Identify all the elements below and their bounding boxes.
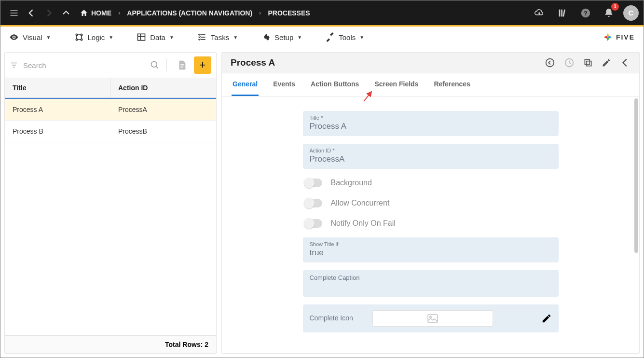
menu-tools[interactable]: Tools▼	[325, 32, 364, 42]
detail-panel: Process A General Events Action Buttons …	[221, 52, 640, 354]
field-label: Action ID *	[310, 148, 552, 153]
menu-label: Setup	[274, 33, 293, 41]
field-title[interactable]: Title * Process A	[303, 111, 559, 136]
svg-rect-34	[585, 59, 589, 64]
svg-point-12	[81, 39, 82, 40]
field-value	[310, 282, 552, 292]
breadcrumb-label: HOME	[91, 9, 111, 17]
brand-logo: FIVE	[603, 32, 635, 42]
menu-label: Data	[150, 33, 165, 41]
five-logo-icon	[603, 32, 613, 42]
field-show-title-if[interactable]: Show Title If true	[303, 237, 559, 262]
tab-references[interactable]: References	[433, 73, 471, 96]
menu-tasks[interactable]: Tasks▼	[197, 32, 238, 42]
menu-data[interactable]: Data▼	[137, 32, 174, 42]
svg-rect-30	[180, 67, 183, 68]
hamburger-icon[interactable]	[5, 4, 23, 22]
dropdown-caret-icon: ▼	[109, 35, 113, 40]
menu-label: Tasks	[211, 33, 229, 41]
toggle-switch[interactable]	[304, 179, 322, 187]
column-header-action-id[interactable]: Action ID	[110, 78, 216, 97]
toggle-switch[interactable]	[304, 219, 322, 228]
breadcrumb-processes[interactable]: PROCESSES	[268, 9, 310, 17]
menu-visual[interactable]: Visual▼	[9, 32, 51, 42]
svg-rect-13	[138, 34, 145, 40]
breadcrumb-applications[interactable]: APPLICATIONS (ACTION NAVIGATION)	[127, 9, 252, 17]
svg-text:?: ?	[584, 9, 588, 16]
breadcrumb-label: PROCESSES	[268, 9, 310, 17]
svg-rect-29	[180, 66, 184, 66]
cell-title: Process A	[5, 99, 110, 120]
eye-icon	[9, 32, 19, 42]
back-circle-icon[interactable]	[545, 57, 555, 68]
panel-back-icon[interactable]	[620, 57, 630, 68]
switch-label: Background	[331, 179, 372, 187]
dropdown-caret-icon: ▼	[297, 35, 302, 40]
cell-action-id: ProcessB	[110, 121, 216, 142]
tab-screen-fields[interactable]: Screen Fields	[373, 73, 419, 96]
copy-icon[interactable]	[583, 58, 593, 68]
menu-setup[interactable]: Setup▼	[261, 32, 302, 42]
history-icon	[564, 57, 575, 68]
breadcrumb-home[interactable]: HOME	[80, 9, 111, 17]
switch-notify-only-on-fail[interactable]: Notify Only On Fail	[303, 217, 559, 230]
chevron-right-icon: ›	[118, 9, 120, 16]
topbar: HOME › APPLICATIONS (ACTION NAVIGATION) …	[0, 0, 644, 27]
tab-general[interactable]: General	[232, 73, 259, 96]
notifications-icon[interactable]: 1	[600, 4, 617, 22]
topbar-right: ? 1 C	[531, 4, 639, 22]
tab-action-buttons[interactable]: Action Buttons	[310, 73, 360, 96]
tabs: General Events Action Buttons Screen Fie…	[222, 73, 639, 96]
brand-text: FIVE	[616, 33, 635, 41]
tab-events[interactable]: Events	[272, 73, 296, 96]
nav-back-icon[interactable]	[23, 4, 40, 22]
column-header-title[interactable]: Title	[5, 78, 110, 97]
svg-point-31	[546, 59, 554, 67]
table-footer: Total Rows: 2	[5, 335, 216, 353]
field-action-id[interactable]: Action ID * ProcessA	[303, 144, 559, 169]
chevron-right-icon: ›	[259, 9, 261, 16]
svg-rect-33	[587, 61, 591, 66]
tasks-icon	[197, 32, 207, 42]
nav-up-icon[interactable]	[57, 4, 75, 22]
breadcrumb: HOME › APPLICATIONS (ACTION NAVIGATION) …	[80, 9, 310, 17]
edit-icon[interactable]	[541, 313, 552, 324]
cloud-sync-icon[interactable]	[531, 4, 548, 22]
add-button[interactable]: +	[194, 56, 211, 74]
table-body: Process A ProcessA Process B ProcessB	[5, 98, 216, 335]
svg-point-37	[429, 317, 431, 318]
list-toolbar: +	[5, 53, 216, 78]
table: Title Action ID Process A ProcessA Proce…	[5, 78, 216, 353]
switch-allow-concurrent[interactable]: Allow Concurrent	[303, 197, 559, 209]
svg-rect-28	[180, 64, 184, 65]
document-button[interactable]	[174, 57, 190, 73]
help-icon[interactable]: ?	[577, 4, 594, 22]
dropdown-caret-icon: ▼	[233, 35, 238, 40]
detail-actions	[545, 57, 630, 68]
search-icon[interactable]	[150, 60, 160, 70]
edit-icon[interactable]	[602, 58, 611, 68]
svg-point-10	[81, 34, 82, 35]
scrollbar[interactable]	[634, 98, 638, 253]
search-input[interactable]	[23, 61, 145, 69]
image-placeholder-icon	[427, 314, 438, 323]
toggle-switch[interactable]	[304, 199, 322, 207]
filter-icon[interactable]	[10, 61, 18, 69]
icon-preview[interactable]	[372, 310, 493, 327]
plus-icon: +	[200, 59, 206, 71]
field-complete-caption[interactable]: Complete Caption	[303, 270, 559, 297]
table-row[interactable]: Process B ProcessB	[5, 121, 216, 142]
field-value: Process A	[310, 122, 552, 131]
menu-logic[interactable]: Logic▼	[74, 32, 114, 42]
field-complete-icon: Complete Icon	[303, 304, 559, 332]
list-panel: + Title Action ID Process A ProcessA Pro…	[4, 52, 217, 354]
svg-point-8	[13, 36, 14, 38]
body: + Title Action ID Process A ProcessA Pro…	[0, 48, 644, 358]
notification-badge: 1	[611, 3, 619, 11]
svg-rect-4	[561, 9, 562, 16]
table-row[interactable]: Process A ProcessA	[5, 98, 216, 121]
library-icon[interactable]	[554, 4, 571, 22]
switch-background[interactable]: Background	[303, 177, 559, 189]
table-icon	[137, 32, 146, 42]
avatar[interactable]: C	[623, 5, 639, 21]
